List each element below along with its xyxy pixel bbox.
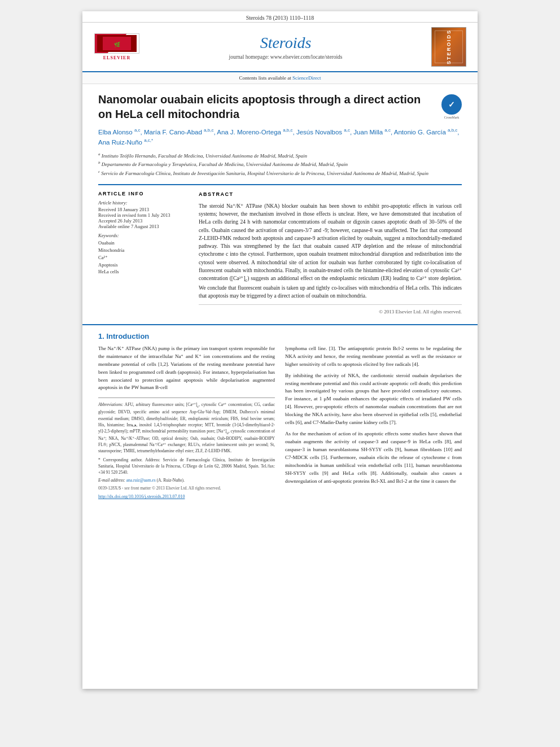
svg-text:🌿: 🌿 — [114, 41, 121, 48]
journal-volume: Steroids 78 (2013) 1110–1118 — [246, 15, 314, 21]
article-info-heading: ARTICLE INFO — [98, 191, 189, 196]
copyright-notice: © 2013 Elsevier Ltd. All rights reserved… — [199, 304, 462, 316]
article-page: Steroids 78 (2013) 1110–1118 🌿 ELSEVIER — [82, 11, 478, 689]
abstract-panel: ABSTRACT The steroid Na⁺/K⁺ ATPase (NKA)… — [199, 191, 462, 316]
received-date: Received 18 January 2013 — [98, 207, 189, 212]
article-title: Nanomolar ouabain elicits apoptosis thro… — [98, 92, 462, 121]
introduction-columns: The Na⁺/K⁺ ATPase (NKA) pump is the prim… — [98, 345, 462, 501]
crossmark-badge[interactable]: ✓ CrossMark — [441, 94, 462, 115]
doi-link[interactable]: http://dx.doi.org/10.1016/j.steroids.201… — [98, 493, 275, 500]
abstract-heading: ABSTRACT — [199, 191, 462, 199]
sciencedirect-link[interactable]: ScienceDirect — [292, 75, 321, 81]
intro-col-left: The Na⁺/K⁺ ATPase (NKA) pump is the prim… — [98, 345, 275, 501]
abstract-text: The steroid Na⁺/K⁺ ATPase (NKA) blocker … — [199, 202, 462, 300]
history-label: Article history: — [98, 200, 189, 206]
journal-cover-image: STEROIDS — [431, 27, 466, 67]
journal-logo-right: STEROIDS — [429, 27, 469, 67]
journal-center: Steroids journal homepage: www.elsevier.… — [142, 34, 429, 60]
article-info-abstract: ARTICLE INFO Article history: Received 1… — [98, 184, 462, 316]
authors-line: Elba Alonso a,c, María F. Cano-Abad a,b,… — [98, 127, 462, 148]
journal-homepage: journal homepage: www.elsevier.com/locat… — [142, 54, 429, 60]
accepted-date: Accepted 26 July 2013 — [98, 218, 189, 224]
main-content: 1. Introduction The Na⁺/K⁺ ATPase (NKA) … — [82, 324, 478, 508]
revised-date: Received in revised form 1 July 2013 — [98, 212, 189, 218]
article-content: ✓ CrossMark Nanomolar ouabain elicits ap… — [82, 84, 478, 324]
email-suffix: (A. Ruiz-Nuño). — [156, 478, 184, 483]
issn-line: 0039-128X/$ - see front matter © 2013 El… — [98, 485, 275, 492]
journal-header: 🌿 ELSEVIER Steroids journal homepage: ww… — [82, 23, 478, 72]
email-link[interactable]: ana.ruiz@uam.es — [126, 478, 156, 483]
available-date: Available online 7 August 2013 — [98, 224, 189, 229]
elsevier-logo: 🌿 ELSEVIER — [91, 33, 142, 60]
affiliations: a Instituto Teófilo Hernando, Facultad d… — [98, 151, 462, 178]
journal-citation: Steroids 78 (2013) 1110–1118 — [82, 11, 478, 23]
contents-text: Contents lists available at — [239, 75, 291, 81]
journal-title: Steroids — [142, 34, 429, 52]
crossmark-label: CrossMark — [441, 116, 462, 119]
article-info-panel: ARTICLE INFO Article history: Received 1… — [98, 191, 189, 316]
elsevier-logo-box: 🌿 — [94, 33, 139, 54]
elsevier-logo-area: 🌿 ELSEVIER — [91, 33, 142, 60]
keywords-list: OuabainMitochondriaCa²⁺ApoptosisHeLa cel… — [98, 239, 189, 276]
introduction-heading: 1. Introduction — [98, 332, 462, 340]
intro-col-right: lymphoma cell line. [3]. The antiapoptot… — [285, 345, 462, 501]
footnotes-area: Abbreviations: AFU, arbitrary fluorescen… — [98, 397, 275, 483]
elsevier-text: ELSEVIER — [103, 55, 130, 60]
keywords-label: Keywords: — [98, 233, 189, 238]
